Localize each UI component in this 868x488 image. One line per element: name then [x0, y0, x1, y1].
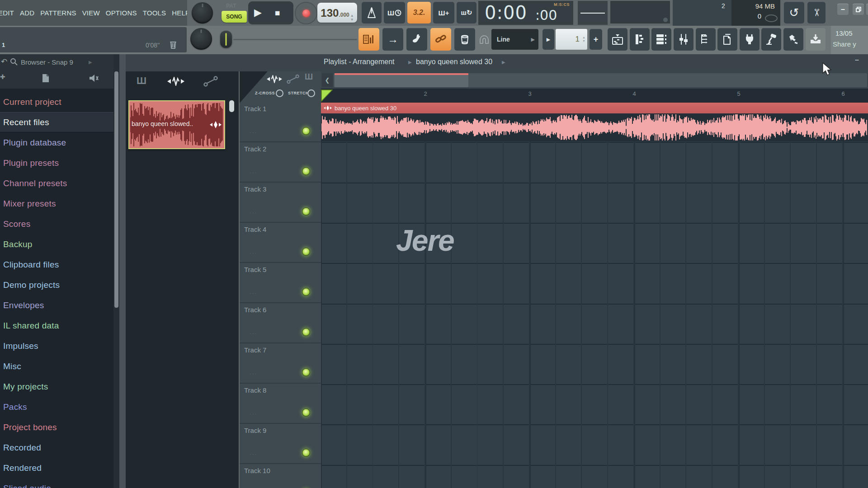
metronome-button[interactable] [362, 2, 382, 23]
browser-item[interactable]: Recent files [0, 112, 114, 132]
track-header[interactable]: Track 3 ··· [240, 183, 321, 223]
track-mute-led[interactable] [302, 328, 310, 336]
track-header[interactable]: Track 9 ··· [240, 424, 321, 464]
play-button[interactable]: ▶ [254, 6, 262, 19]
track-mute-led[interactable] [302, 408, 310, 417]
playhead-marker-icon[interactable] [321, 89, 333, 102]
track-header[interactable]: Track 7 ··· [240, 343, 321, 384]
header-tab-patterns-icon[interactable]: Ш [305, 72, 313, 82]
track-mute-led[interactable] [302, 207, 310, 216]
arrangement-selector[interactable]: 1 ▲▼ [556, 29, 587, 50]
picker-scrollbar-thumb[interactable] [229, 100, 234, 112]
master-slider-track[interactable] [233, 39, 357, 40]
menu-add[interactable]: ADD [20, 9, 34, 17]
browser-item[interactable]: Packs [0, 397, 114, 417]
track-header[interactable]: Track 10 ··· [240, 464, 321, 488]
browser-files-icon[interactable] [41, 72, 51, 84]
add-arrangement-button[interactable]: + [590, 29, 602, 50]
audio-clip-tile[interactable]: banyo queen slowed.. [128, 100, 225, 149]
browser-item[interactable]: Impulses [0, 336, 114, 356]
menu-patterns[interactable]: PATTERNS [40, 9, 76, 17]
plugin-picker-button[interactable] [717, 28, 737, 51]
export-button[interactable] [806, 28, 826, 51]
plugin-button[interactable] [740, 28, 760, 51]
clip-header[interactable]: banyo queen slowed 30 [321, 103, 868, 113]
link-button[interactable] [430, 28, 451, 51]
trash-button[interactable] [454, 28, 475, 51]
zcross-checkbox[interactable] [276, 89, 283, 97]
timeline-ruler[interactable]: 2 3 4 5 6 [321, 89, 868, 103]
restore-button[interactable] [853, 4, 864, 15]
share-panel[interactable]: 13/05 Share y [831, 26, 868, 54]
browser-item[interactable]: Plugin database [0, 132, 114, 153]
arrangement-spinner[interactable]: ▲▼ [582, 36, 585, 43]
pat-label[interactable]: PAT [226, 3, 236, 9]
browser-title[interactable]: Browser - Snap 9 [21, 58, 73, 66]
header-tab-automation-icon[interactable] [287, 74, 299, 84]
time-display-panel[interactable]: 0:00 :00 M:S:CS [478, 1, 573, 25]
tempo-display[interactable]: 130 .000 ▲▼ [317, 3, 357, 23]
mixer-button[interactable] [674, 28, 693, 51]
close-button[interactable]: × [866, 4, 868, 15]
menu-help[interactable]: HELP [172, 9, 187, 17]
browser-item[interactable]: IL shared data [0, 315, 114, 336]
track-mute-led[interactable] [302, 167, 310, 175]
blend-notes-button[interactable]: Ш+ [433, 2, 454, 23]
browser-item[interactable]: Current project [0, 92, 114, 112]
track-mute-led[interactable] [302, 449, 310, 457]
picker-tab-automation-icon[interactable] [203, 76, 218, 87]
stop-button[interactable]: ■ [275, 7, 280, 19]
browser-item[interactable]: Misc [0, 356, 114, 376]
browser-item[interactable]: Channel presets [0, 173, 114, 193]
header-tab-audio-icon[interactable] [267, 75, 282, 83]
browser-item[interactable]: Scores [0, 214, 114, 234]
playlist-grid[interactable] [321, 103, 868, 488]
browser-audition-icon[interactable] [89, 73, 100, 83]
undo-button[interactable]: ↺ [784, 2, 804, 23]
arrangement-arrow-button[interactable]: ▶ [542, 29, 554, 50]
playlist-minimize-icon[interactable]: – [855, 56, 859, 64]
browser-item[interactable]: Envelopes [0, 295, 114, 315]
loop-record-button[interactable]: ш↻ [457, 2, 476, 23]
wait-for-input-button[interactable]: Ш [384, 2, 405, 23]
browser-scrollbar-thumb[interactable] [114, 71, 118, 308]
clip-body[interactable] [321, 113, 868, 141]
minimize-button[interactable]: – [837, 4, 849, 15]
snap-magnet-icon[interactable] [478, 33, 490, 45]
cut-button[interactable]: ✂ [807, 2, 826, 23]
snap-dropdown[interactable]: Line ▶ [491, 29, 538, 50]
browser-item[interactable]: Recorded [0, 437, 114, 458]
track-mute-led[interactable] [302, 248, 310, 256]
track-header[interactable]: Track 1 ··· [240, 102, 321, 142]
menu-options[interactable]: OPTIONS [106, 9, 137, 17]
picker-panel-button[interactable] [608, 28, 627, 51]
browser-item[interactable]: Demo projects [0, 275, 114, 295]
countdown-button[interactable]: 3.2. [407, 2, 431, 23]
browser-item[interactable]: Backup [0, 234, 114, 254]
track-mute-led[interactable] [302, 288, 310, 296]
track-mute-led[interactable] [302, 368, 310, 376]
track-mute-led[interactable] [302, 127, 310, 135]
h-scrollbar-thumb[interactable] [335, 73, 468, 87]
track-header[interactable]: Track 8 ··· [240, 384, 321, 424]
playlist-title[interactable]: Playlist - Arrangement [324, 58, 395, 66]
browser-item[interactable]: My projects [0, 376, 114, 397]
picker-tab-patterns-icon[interactable]: Ш [137, 75, 146, 87]
record-button[interactable] [295, 2, 317, 24]
menu-view[interactable]: VIEW [82, 9, 100, 17]
main-volume-knob[interactable] [192, 2, 213, 23]
browser-item[interactable]: Clipboard files [0, 254, 114, 275]
menu-tools[interactable]: TOOLS [143, 9, 166, 17]
playlist-clip[interactable]: banyo queen slowed 30 [321, 103, 868, 141]
tempo-spinner[interactable]: ▲▼ [350, 14, 354, 22]
browser-item[interactable]: Sliced audio [0, 478, 114, 488]
picker-tab-audio-icon[interactable] [167, 77, 184, 86]
browser-item[interactable]: Project bones [0, 417, 114, 437]
master-slider-handle[interactable] [220, 31, 232, 48]
touch-button[interactable] [783, 28, 803, 51]
track-header[interactable]: Track 2 ··· [240, 142, 321, 183]
browser-back-icon[interactable]: ↶ [1, 57, 7, 66]
touch-keyboard-button[interactable] [761, 28, 781, 51]
browser-add-icon[interactable]: ✚ [0, 73, 5, 80]
song-mode-button[interactable]: SONG [222, 11, 247, 23]
